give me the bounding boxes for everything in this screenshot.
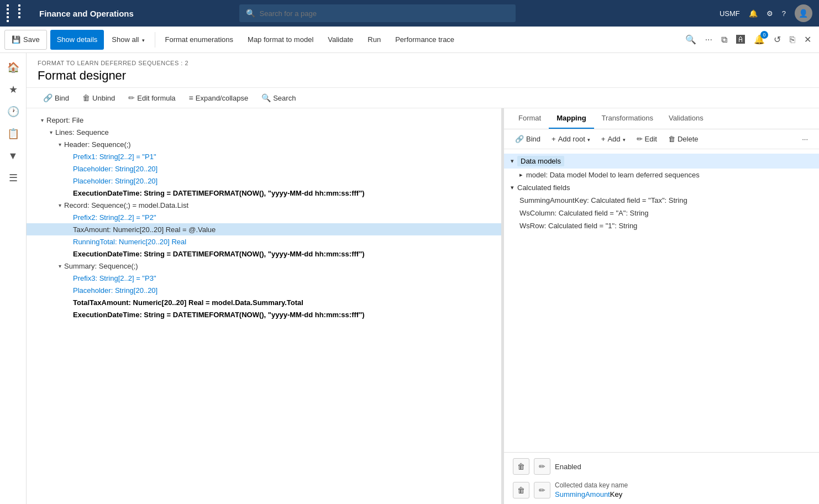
tree-item[interactable]: Record: Sequence(;) = model.Data.List — [27, 199, 501, 211]
edit-icon: ✏ — [128, 93, 135, 102]
toolbar-divider-1 — [155, 32, 155, 48]
right-edit-button[interactable]: ✏ Edit — [632, 133, 662, 145]
key-edit-button[interactable]: ✏ — [534, 482, 550, 498]
search-icon: 🔍 — [246, 9, 255, 18]
validate-button[interactable]: Validate — [321, 30, 360, 50]
refresh-icon[interactable]: ↺ — [770, 31, 784, 48]
show-all-button[interactable]: Show all — [105, 30, 151, 50]
tree-item[interactable]: Placeholder: String[20..20] — [27, 284, 501, 296]
global-search-box[interactable]: 🔍 — [239, 4, 516, 22]
wsrow-label: WsRow: Calculated field = "1": String — [519, 222, 637, 230]
sidebar-home-icon[interactable]: 🏠 — [3, 57, 23, 77]
tree-item[interactable]: RunningTotal: Numeric[20..20] Real — [27, 235, 501, 248]
view-icon[interactable]: ⧉ — [718, 32, 731, 48]
tree-item-taxamount[interactable]: TaxAmount: Numeric[20..20] Real = @.Valu… — [27, 223, 501, 235]
sidebar-filter-icon[interactable]: ▼ — [3, 146, 23, 166]
tree-item[interactable]: Prefix2: String[2..2] = "P2" — [27, 211, 501, 223]
link-icon: 🔗 — [43, 93, 53, 102]
tree-item[interactable]: Prefix1: String[2..2] = "P1" — [27, 150, 501, 162]
enabled-edit-button[interactable]: ✏ — [534, 458, 550, 475]
open-new-icon[interactable]: ⎘ — [786, 32, 799, 48]
tree-item[interactable]: Report: File — [27, 114, 501, 126]
right-link-icon: 🔗 — [515, 135, 524, 143]
save-button[interactable]: 💾 Save — [4, 30, 47, 50]
key-delete-button[interactable]: 🗑 — [513, 482, 529, 498]
grid-menu-icon[interactable] — [7, 4, 28, 22]
enabled-label: Enabled — [555, 463, 581, 471]
tab-validations[interactable]: Validations — [661, 108, 711, 129]
tree-item[interactable]: Summary: Sequence(;) — [27, 260, 501, 272]
right-tree-item-summing[interactable]: SummingAmountKey: Calculated field = "Ta… — [504, 194, 819, 207]
run-button[interactable]: Run — [361, 30, 387, 50]
sidebar-recent-icon[interactable]: 🕐 — [3, 102, 23, 122]
search-button[interactable]: 🔍 Search — [256, 91, 301, 104]
tree-item[interactable]: Placeholder: String[20..20] — [27, 175, 501, 187]
right-tree-item-calc-fields[interactable]: ▾ Calculated fields — [504, 181, 819, 194]
tree-item[interactable]: ExecutionDateTime: String = DATETIMEFORM… — [27, 308, 501, 321]
settings-icon[interactable]: ⚙ — [767, 9, 773, 18]
close-icon[interactable]: ✕ — [801, 31, 815, 48]
calc-fields-arrow-icon: ▾ — [511, 184, 514, 191]
notification-icon[interactable]: 🔔 — [749, 9, 758, 18]
data-models-arrow-icon: ▾ — [511, 158, 514, 165]
tree-arrow-icon — [64, 310, 73, 319]
show-details-button[interactable]: Show details — [50, 30, 104, 50]
right-bind-button[interactable]: 🔗 Bind — [511, 133, 545, 145]
tree-arrow-icon[interactable] — [46, 128, 55, 136]
collected-key-row: 🗑 ✏ Collected data key name SummingAmoun… — [513, 481, 810, 498]
tree-item[interactable]: ExecutionDateTime: String = DATETIMEFORM… — [27, 248, 501, 260]
right-tabs: Format Mapping Transformations Validatio… — [504, 108, 819, 129]
tree-arrow-icon[interactable] — [55, 201, 64, 209]
tree-arrow-icon[interactable] — [38, 116, 46, 124]
expand-collapse-button[interactable]: ≡ Expand/collapse — [183, 91, 254, 104]
right-tree-item-data-models[interactable]: ▾ Data models — [504, 154, 819, 169]
page-title: Format designer — [38, 69, 808, 83]
top-nav: Finance and Operations 🔍 USMF 🔔 ⚙ ? 👤 — [0, 0, 819, 27]
right-add-button[interactable]: + Add — [597, 133, 630, 145]
help-icon[interactable]: ? — [782, 9, 786, 18]
sub-toolbar: 🔗 Bind 🗑 Unbind ✏ Edit formula ≡ Expand/… — [27, 88, 819, 108]
sidebar-favorites-icon[interactable]: ★ — [3, 80, 23, 99]
right-add-root-button[interactable]: + Add root — [547, 133, 595, 145]
tree-arrow-icon[interactable] — [55, 140, 64, 149]
toolbar-right-icons: 🔍 ··· ⧉ 🅰 🔔0 ↺ ⎘ ✕ — [682, 31, 815, 48]
enabled-delete-button[interactable]: 🗑 — [513, 458, 529, 475]
tree-item[interactable]: ExecutionDateTime: String = DATETIMEFORM… — [27, 187, 501, 199]
sidebar-list-icon[interactable]: ☰ — [3, 168, 23, 188]
bind-button[interactable]: 🔗 Bind — [38, 91, 75, 104]
tree-item[interactable]: Header: Sequence(;) — [27, 138, 501, 150]
add-root-chevron-icon — [587, 135, 590, 143]
collected-key-label: Collected data key name — [555, 481, 628, 489]
more-options-icon[interactable]: ··· — [702, 32, 716, 48]
right-tree-item-wscol[interactable]: WsColumn: Calculated field = "A": String — [504, 207, 819, 219]
tree-item[interactable]: Lines: Sequence — [27, 126, 501, 138]
right-tree-item-model[interactable]: ▸ model: Data model Model to learn defer… — [504, 169, 819, 181]
bottom-panel: 🗑 ✏ Enabled 🗑 ✏ Collected data key name … — [504, 452, 819, 504]
edit-formula-button[interactable]: ✏ Edit formula — [123, 91, 181, 104]
tab-mapping[interactable]: Mapping — [549, 108, 594, 129]
right-more-button[interactable]: ··· — [797, 133, 812, 145]
format-enumerations-button[interactable]: Format enumerations — [159, 30, 240, 50]
right-tree: ▾ Data models ▸ model: Data model Model … — [504, 149, 819, 452]
tree-item[interactable]: Prefix3: String[2..2] = "P3" — [27, 272, 501, 284]
tree-item[interactable]: TotalTaxAmount: Numeric[20..20] Real = m… — [27, 296, 501, 308]
tree-item[interactable]: Placeholder: String[20..20] — [27, 162, 501, 175]
performance-trace-button[interactable]: Performance trace — [389, 30, 461, 50]
right-tree-item-wsrow[interactable]: WsRow: Calculated field = "1": String — [504, 219, 819, 232]
right-delete-icon: 🗑 — [668, 135, 675, 143]
search-toolbar-icon[interactable]: 🔍 — [682, 31, 700, 48]
collected-key-value: SummingAmountKey — [555, 490, 628, 498]
right-delete-button[interactable]: 🗑 Delete — [664, 133, 703, 145]
format-tree: Report: File Lines: Sequence Header: Seq… — [27, 108, 502, 504]
map-format-to-model-button[interactable]: Map format to model — [241, 30, 320, 50]
calc-fields-label: Calculated fields — [517, 183, 570, 192]
tab-format[interactable]: Format — [511, 108, 549, 129]
avatar[interactable]: 👤 — [795, 4, 812, 22]
search-input[interactable] — [260, 9, 509, 18]
sidebar-workspace-icon[interactable]: 📋 — [3, 124, 23, 144]
tree-arrow-icon[interactable] — [55, 261, 64, 270]
unbind-button[interactable]: 🗑 Unbind — [77, 91, 120, 104]
office-icon[interactable]: 🅰 — [733, 32, 748, 48]
notification-toolbar-icon[interactable]: 🔔0 — [750, 31, 768, 48]
tab-transformations[interactable]: Transformations — [594, 108, 661, 129]
